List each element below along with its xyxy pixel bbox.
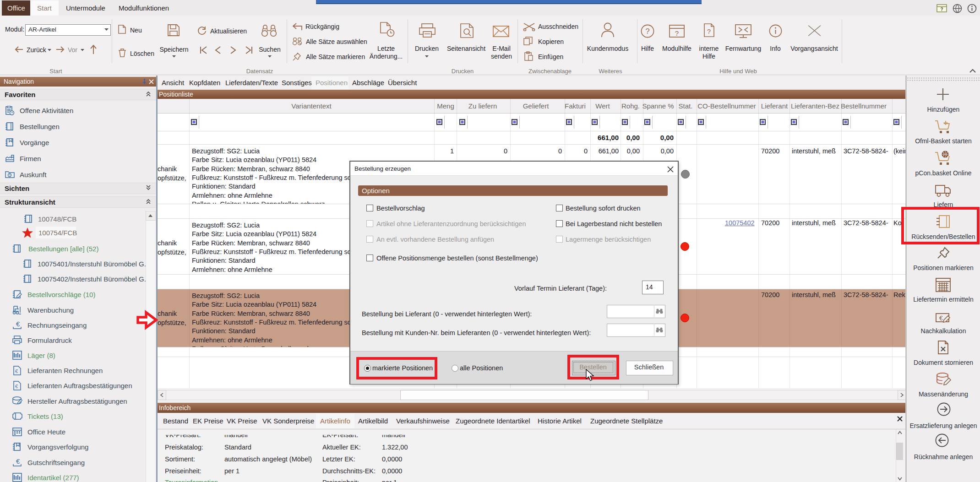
svg-text:€: € (16, 458, 20, 465)
svg-text:€: € (939, 314, 943, 322)
svg-text:?: ? (675, 29, 679, 37)
svg-text:€: € (15, 368, 18, 374)
svg-text:?: ? (940, 7, 943, 12)
svg-text:€: € (15, 384, 18, 389)
svg-text:?: ? (645, 27, 649, 36)
svg-text:€: € (16, 320, 20, 328)
svg-text:?: ? (707, 27, 711, 35)
